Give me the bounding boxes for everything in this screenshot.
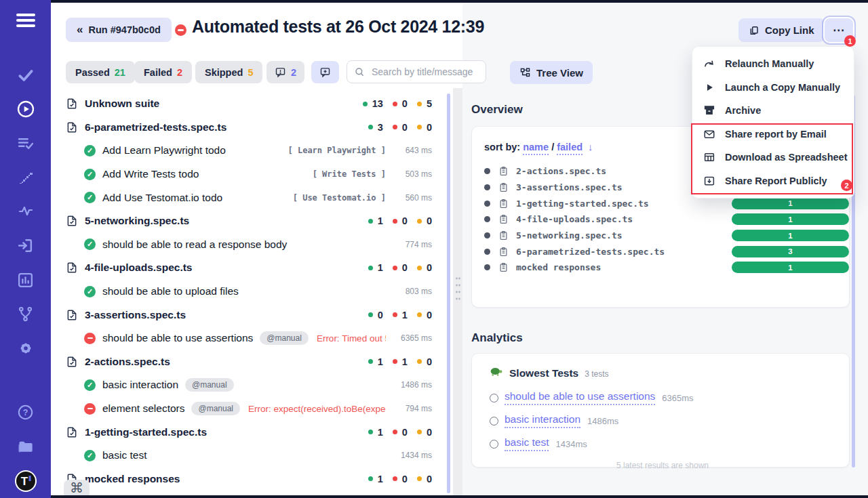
check-icon[interactable]	[0, 58, 51, 91]
help-icon[interactable]: ?	[0, 396, 51, 430]
overview-row[interactable]: 4-file-uploads.spec.ts 1	[484, 211, 835, 228]
menu-item-share-publicly[interactable]: Share Report Publicly	[692, 169, 854, 193]
tree-view-button[interactable]: Tree View	[510, 61, 593, 84]
table-row[interactable]: Unknown suite 1305	[51, 92, 447, 116]
table-row[interactable]: 4-file-uploads.spec.ts 100	[51, 256, 447, 280]
suite-name[interactable]: 4-file-uploads.spec.ts	[85, 262, 192, 274]
table-row[interactable]: Add Use Testomat.io todo [ Use Testomat.…	[51, 186, 447, 209]
table-row[interactable]: Add Write Tests todo [ Write Tests ] 503…	[51, 163, 447, 186]
bar-chart-icon[interactable]	[0, 263, 51, 297]
suite-name[interactable]: mocked responses	[85, 473, 180, 485]
overview-row[interactable]: 5-networking.spec.ts 1	[484, 228, 835, 244]
slow-test-link[interactable]: basic interaction	[505, 413, 580, 428]
menu-icon[interactable]	[0, 0, 51, 41]
slow-test-item[interactable]: basic test 1434ms	[490, 434, 835, 454]
test-name[interactable]: basic test	[102, 449, 146, 461]
search-input[interactable]	[370, 66, 479, 78]
spec-name[interactable]: 5-networking.spec.ts	[516, 230, 623, 241]
add-comment-button[interactable]	[311, 61, 339, 83]
spec-name[interactable]: 4-file-uploads.spec.ts	[516, 214, 633, 224]
table-row[interactable]: Add Learn Playwright todo [ Learn Playwr…	[51, 139, 447, 163]
result-counts: 1305	[363, 98, 432, 109]
list-check-icon[interactable]	[0, 126, 51, 160]
relaunch-icon	[703, 58, 715, 70]
test-duration: 1434 ms	[395, 451, 432, 460]
suite-name[interactable]: 5-networking.spec.ts	[85, 215, 189, 227]
menu-item-share-email[interactable]: Share report by Email	[692, 123, 854, 146]
test-name[interactable]: Add Learn Playwright todo	[102, 144, 226, 157]
filter-comments-button[interactable]: 2	[267, 61, 304, 83]
menu-item-download-spreadsheet[interactable]: Download as Spreadsheet	[692, 146, 854, 169]
menu-item-launch-copy[interactable]: Launch a Copy Manually	[692, 76, 854, 100]
table-row[interactable]: 2-actions.spec.ts 110	[51, 350, 447, 374]
sort-divider: /	[551, 142, 554, 152]
slow-test-item[interactable]: basic interaction 1486ms	[490, 411, 835, 431]
test-name[interactable]: Add Use Testomat.io todo	[102, 192, 222, 204]
settings-gear-icon[interactable]	[0, 331, 51, 365]
sort-by-name-link[interactable]: name	[523, 142, 549, 155]
sort-direction-icon[interactable]: ↓	[588, 142, 593, 152]
test-name[interactable]: should be able to read a response body	[102, 238, 287, 251]
spec-name[interactable]: 3-assertions.spec.ts	[516, 182, 623, 192]
suite-name[interactable]: 3-assertions.spec.ts	[85, 309, 186, 321]
steps-icon[interactable]	[0, 161, 51, 194]
spec-name[interactable]: 6-parametrized-tests.spec.ts	[516, 247, 665, 257]
table-row[interactable]: should be able to use assertions @manual…	[51, 327, 447, 350]
slow-test-item[interactable]: should be able to use assertions 6365ms	[490, 388, 835, 408]
overview-row[interactable]: 6-parametrized-tests.spec.ts 3	[484, 243, 835, 260]
table-row[interactable]: basic test 1434 ms	[51, 444, 447, 468]
play-circle-icon[interactable]	[0, 92, 51, 126]
back-to-run-button[interactable]: « Run #947b0c0d	[66, 18, 172, 42]
manual-badge: @manual	[191, 402, 240, 415]
test-name[interactable]: should be able to upload files	[102, 285, 239, 297]
suite-name[interactable]: 1-getting-started.spec.ts	[85, 426, 207, 438]
clipboard-icon	[498, 247, 509, 257]
filter-failed-button[interactable]: Failed 2	[134, 61, 192, 83]
activity-icon[interactable]	[0, 194, 51, 228]
mail-icon	[703, 128, 715, 140]
list-scrollbar[interactable]	[447, 94, 450, 493]
table-row[interactable]: mocked responses 100	[51, 468, 447, 491]
failed-status-icon	[84, 333, 96, 344]
import-icon[interactable]	[0, 228, 51, 262]
slow-test-link[interactable]: basic test	[505, 436, 549, 451]
pane-splitter[interactable]	[453, 88, 462, 495]
menu-item-archive[interactable]: Archive	[692, 99, 854, 123]
table-row[interactable]: 3-assertions.spec.ts 010	[51, 303, 447, 327]
table-row[interactable]: should be able to upload files 803 ms	[51, 280, 447, 304]
sort-by-failed-link[interactable]: failed	[557, 142, 583, 155]
spec-name[interactable]: 2-actions.spec.ts	[516, 166, 606, 176]
testomatio-logo[interactable]: T	[0, 464, 51, 498]
filter-skipped-button[interactable]: Skipped 5	[195, 61, 262, 83]
slowest-tests-card: Slowest Tests 3 tests should be able to …	[471, 353, 850, 468]
table-row[interactable]: 5-networking.spec.ts 100	[51, 209, 447, 233]
copy-link-button[interactable]: Copy Link	[738, 18, 825, 42]
git-branch-icon[interactable]	[0, 297, 51, 331]
test-name[interactable]: Add Write Tests todo	[102, 168, 199, 180]
table-row[interactable]: 1-getting-started.spec.ts 100	[51, 420, 447, 444]
suite-name[interactable]: 6-parametrized-tests.spec.ts	[85, 121, 226, 133]
slow-test-link[interactable]: should be able to use assertions	[505, 390, 655, 405]
test-tag: [ Use Testomat.io ]	[293, 193, 386, 203]
suite-name[interactable]: Unknown suite	[85, 98, 159, 110]
file-check-icon	[66, 121, 78, 133]
clipboard-icon	[498, 199, 509, 209]
table-row[interactable]: element selectors @manual Error: expect(…	[51, 397, 447, 421]
suite-name[interactable]: 2-actions.spec.ts	[85, 356, 170, 368]
search-box[interactable]	[347, 60, 486, 83]
menu-item-relaunch[interactable]: Relaunch Manually	[692, 52, 854, 76]
table-row[interactable]: 6-parametrized-tests.spec.ts 300	[51, 116, 447, 140]
folder-icon[interactable]	[0, 430, 51, 463]
menu-item-label: Share report by Email	[725, 129, 827, 140]
test-name[interactable]: element selectors	[102, 402, 184, 415]
table-row[interactable]: should be able to read a response body 7…	[51, 233, 447, 257]
test-name[interactable]: basic interaction	[102, 379, 178, 391]
overview-row[interactable]: mocked responses 1	[484, 260, 835, 276]
chevrons-left-icon: «	[77, 23, 83, 37]
table-row[interactable]: basic interaction @manual 1486 ms	[51, 373, 447, 397]
test-name[interactable]: should be able to use assertions	[102, 332, 253, 344]
drag-handle-icon	[455, 276, 461, 302]
spec-name[interactable]: 1-getting-started.spec.ts	[516, 199, 649, 209]
spec-name[interactable]: mocked responses	[516, 262, 601, 272]
filter-passed-button[interactable]: Passed 21	[66, 61, 135, 83]
